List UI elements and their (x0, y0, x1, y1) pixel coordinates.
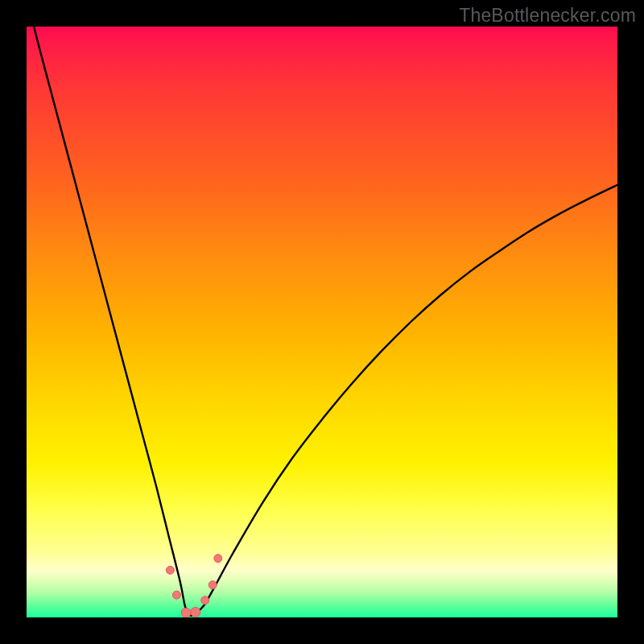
watermark-text: TheBottlenecker.com (459, 5, 636, 27)
x-axis-strip (27, 617, 617, 644)
plot-area (27, 27, 617, 617)
y-axis-strip (0, 27, 27, 617)
chart-frame: TheBottlenecker.com (0, 0, 644, 644)
